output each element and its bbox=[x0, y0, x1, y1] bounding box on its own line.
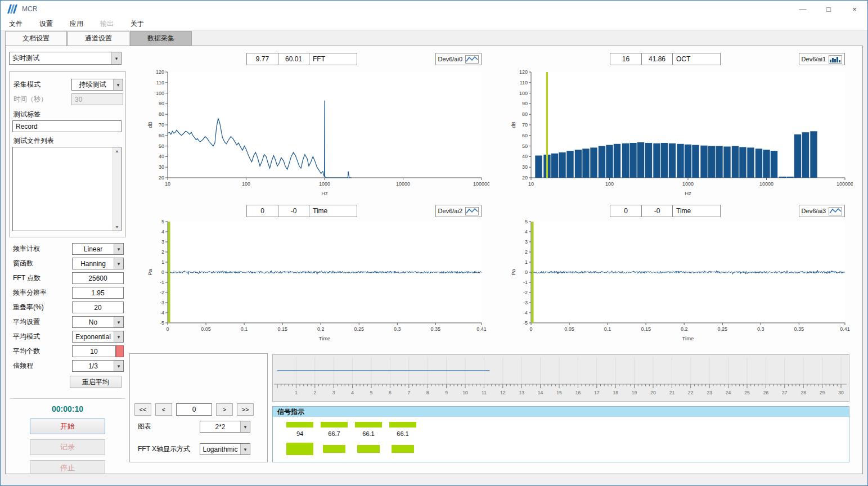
octave-label: 倍频程 bbox=[10, 361, 72, 371]
chevron-down-icon: ▾ bbox=[114, 244, 123, 254]
overlap-input[interactable]: 20 bbox=[72, 302, 124, 313]
freq-resolution-input[interactable]: 1.95 bbox=[72, 287, 124, 299]
scroll-up-icon[interactable]: ▲ bbox=[115, 149, 119, 153]
chart-type-label: Time bbox=[673, 205, 721, 217]
test-tag-input[interactable]: Record bbox=[12, 120, 122, 132]
channel-selector[interactable]: Dev6/ai2 bbox=[435, 205, 482, 217]
svg-text:0.1: 0.1 bbox=[604, 326, 611, 332]
channel-label: Dev6/ai3 bbox=[802, 208, 826, 214]
fft-points-input[interactable]: 25600 bbox=[72, 272, 124, 284]
svg-text:20: 20 bbox=[522, 175, 528, 181]
nav-last-button[interactable]: >> bbox=[237, 403, 254, 416]
signal-level-value: 66.7 bbox=[328, 430, 340, 437]
maximize-button[interactable]: □ bbox=[816, 1, 842, 17]
svg-text:40: 40 bbox=[522, 154, 528, 159]
close-button[interactable]: × bbox=[842, 1, 867, 17]
channel-selector[interactable]: Dev6/ai3 bbox=[799, 205, 845, 217]
nav-first-button[interactable]: << bbox=[134, 403, 151, 416]
svg-text:0.3: 0.3 bbox=[757, 326, 764, 332]
menu-item-settings[interactable]: 设置 bbox=[31, 19, 61, 29]
scroll-down-icon[interactable]: ▼ bbox=[115, 225, 119, 229]
svg-text:0.2: 0.2 bbox=[317, 326, 325, 332]
signal-level-bar bbox=[357, 445, 380, 453]
svg-text:0: 0 bbox=[525, 269, 528, 275]
svg-text:100: 100 bbox=[519, 91, 528, 96]
svg-text:70: 70 bbox=[522, 122, 528, 128]
chevron-down-icon: ▾ bbox=[114, 317, 123, 327]
oct-chart[interactable]: 2030405060708090100110120101001000100001… bbox=[493, 65, 853, 197]
avg-count-input[interactable]: 10 bbox=[72, 345, 116, 357]
svg-text:21: 21 bbox=[669, 390, 675, 395]
svg-text:11: 11 bbox=[482, 390, 487, 395]
svg-text:10000: 10000 bbox=[396, 181, 410, 187]
fft-xaxis-select[interactable]: Logarithmic ▾ bbox=[200, 443, 250, 455]
menu-item-about[interactable]: 关于 bbox=[122, 19, 152, 29]
test-mode-select[interactable]: 实时测试 ▾ bbox=[9, 52, 122, 65]
tab-channel-settings[interactable]: 通道设置 bbox=[68, 31, 129, 46]
window-title: MCR bbox=[22, 5, 37, 13]
svg-text:30: 30 bbox=[838, 390, 844, 395]
avg-count-flag bbox=[116, 345, 124, 357]
freq-weighting-select[interactable]: Linear ▾ bbox=[72, 243, 124, 255]
minimize-button[interactable]: — bbox=[790, 1, 816, 17]
svg-text:-1: -1 bbox=[160, 280, 164, 285]
listbox-scrollbar[interactable]: ▲ ▼ bbox=[113, 147, 121, 231]
svg-text:50: 50 bbox=[522, 143, 528, 149]
svg-text:13: 13 bbox=[519, 390, 524, 395]
channel-selector[interactable]: Dev6/ai0 bbox=[435, 53, 482, 65]
nav-panel: << < 0 > >> 图表 2*2 ▾ FFT X轴显示方式 Log bbox=[129, 353, 268, 462]
svg-text:9: 9 bbox=[445, 390, 448, 395]
menu-item-apply[interactable]: 应用 bbox=[61, 19, 92, 29]
signal-level-value: 66.1 bbox=[362, 430, 374, 437]
tab-document-settings[interactable]: 文档设置 bbox=[5, 31, 67, 46]
cursor-x-value: 0 bbox=[610, 205, 641, 217]
svg-text:1000: 1000 bbox=[319, 181, 330, 187]
fft-chart[interactable]: 2030405060708090100110120101001000100001… bbox=[129, 65, 489, 197]
svg-text:4: 4 bbox=[161, 229, 164, 235]
nav-index-input[interactable]: 0 bbox=[176, 403, 212, 416]
svg-text:110: 110 bbox=[156, 80, 164, 86]
cursor-readout: 16 41.86 bbox=[610, 53, 673, 65]
cursor-x-value: 0 bbox=[247, 205, 278, 217]
menubar: 文件 设置 应用 输出 关于 bbox=[1, 17, 867, 31]
avg-setting-select[interactable]: No ▾ bbox=[72, 316, 124, 328]
chevron-down-icon: ▾ bbox=[111, 52, 121, 64]
svg-text:50: 50 bbox=[159, 143, 164, 149]
acquisition-group: 采集模式 持续测试 ▾ 时间（秒） 30 测试标签 Record 测试文件列表 … bbox=[9, 71, 126, 237]
octave-select[interactable]: 1/3 ▾ bbox=[72, 360, 124, 372]
avg-mode-select[interactable]: Exponential ▾ bbox=[72, 331, 124, 343]
start-button[interactable]: 开始 bbox=[30, 418, 105, 434]
chart-layout-select[interactable]: 2*2 ▾ bbox=[200, 421, 250, 433]
nav-next-button[interactable]: > bbox=[216, 403, 233, 416]
window-function-select[interactable]: Hanning ▾ bbox=[72, 258, 124, 269]
tab-data-acquisition[interactable]: 数据采集 bbox=[130, 31, 192, 46]
svg-text:Time: Time bbox=[682, 335, 694, 341]
svg-text:0.1: 0.1 bbox=[241, 326, 248, 332]
cursor-y-value: 41.86 bbox=[641, 53, 672, 65]
timeline-strip[interactable]: 1234567891011121314151617181920212223242… bbox=[273, 355, 848, 400]
svg-text:-3: -3 bbox=[523, 300, 528, 305]
window-function-label: 窗函数 bbox=[10, 259, 72, 268]
channel-selector[interactable]: Dev6/ai1 bbox=[799, 53, 845, 65]
menu-item-file[interactable]: 文件 bbox=[1, 19, 31, 29]
restart-average-button[interactable]: 重启平均 bbox=[70, 376, 122, 388]
svg-text:17: 17 bbox=[594, 390, 600, 395]
chart-layout-label: 图表 bbox=[138, 422, 151, 431]
channel-label: Dev6/ai2 bbox=[438, 208, 462, 214]
test-file-listbox[interactable]: ▲ ▼ bbox=[12, 147, 122, 231]
signal-channel-indicator: 94 bbox=[286, 422, 313, 437]
nav-prev-button[interactable]: < bbox=[155, 403, 172, 416]
time-chart-ai3[interactable]: -5-4-3-2-101234500.050.10.150.20.250.30.… bbox=[493, 217, 853, 342]
svg-text:100: 100 bbox=[156, 91, 164, 96]
signal-level-value: 66.1 bbox=[397, 430, 408, 437]
svg-text:3: 3 bbox=[332, 390, 335, 395]
svg-text:Pa: Pa bbox=[510, 268, 516, 275]
svg-text:-5: -5 bbox=[523, 320, 528, 326]
svg-text:24: 24 bbox=[726, 390, 731, 395]
duration-label: 时间（秒） bbox=[11, 94, 71, 104]
menu-item-output: 输出 bbox=[92, 19, 122, 29]
sidebar: 实时测试 ▾ 采集模式 持续测试 ▾ 时间（秒） 30 测试标签 Record … bbox=[6, 46, 127, 474]
acq-mode-select[interactable]: 持续测试 ▾ bbox=[71, 79, 123, 91]
time-chart-ai2[interactable]: -5-4-3-2-101234500.050.10.150.20.250.30.… bbox=[129, 217, 489, 342]
svg-text:19: 19 bbox=[632, 390, 637, 395]
